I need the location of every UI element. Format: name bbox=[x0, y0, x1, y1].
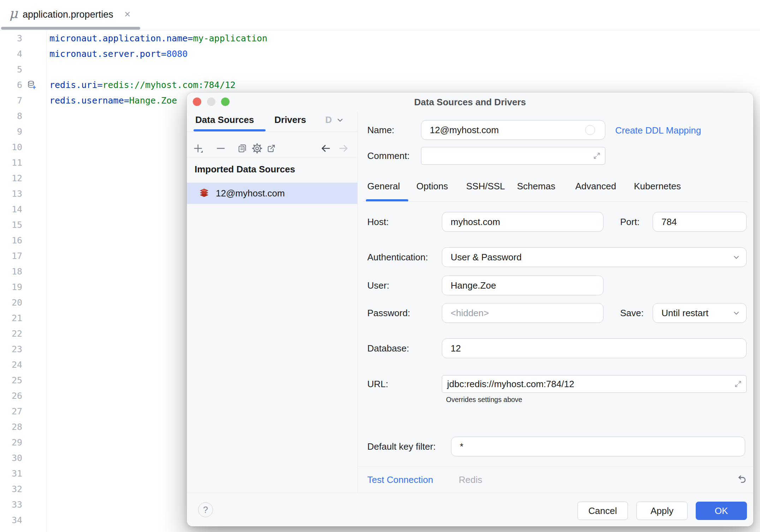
chevron-down-icon bbox=[731, 308, 741, 318]
tab-general[interactable]: General bbox=[367, 181, 400, 192]
help-icon[interactable]: ? bbox=[198, 502, 213, 517]
tab-truncated[interactable]: D bbox=[325, 114, 332, 125]
line-number: 5 bbox=[0, 64, 22, 75]
chevron-down-icon[interactable] bbox=[334, 114, 346, 126]
default-key-filter-input[interactable]: * bbox=[451, 437, 745, 456]
line-number: 11 bbox=[0, 158, 22, 168]
line-number: 12 bbox=[0, 173, 22, 183]
password-label: Password: bbox=[367, 308, 410, 318]
line-number: 8 bbox=[0, 111, 22, 121]
line-number: 27 bbox=[0, 406, 22, 416]
code-text[interactable]: micronaut.server.port=8080 bbox=[49, 49, 188, 59]
database-add-icon[interactable] bbox=[22, 80, 49, 90]
line-number: 20 bbox=[0, 297, 22, 308]
close-icon[interactable]: × bbox=[124, 8, 131, 20]
active-tab-underline bbox=[1, 27, 140, 30]
line-number: 4 bbox=[0, 49, 22, 59]
chevron-down-icon bbox=[731, 252, 741, 262]
url-note: Overrides settings above bbox=[446, 396, 522, 404]
test-connection-link[interactable]: Test Connection bbox=[367, 474, 433, 485]
tab-schemas[interactable]: Schemas bbox=[517, 181, 555, 192]
remove-icon[interactable] bbox=[214, 142, 227, 155]
line-number: 32 bbox=[0, 484, 22, 494]
editor-line: 5 bbox=[0, 61, 760, 77]
expand-icon[interactable] bbox=[592, 151, 601, 160]
dialog-title: Data Sources and Drivers bbox=[187, 97, 753, 108]
data-sources-dialog: Data Sources and Drivers Data Sources Dr… bbox=[187, 93, 753, 526]
tab-data-sources[interactable]: Data Sources bbox=[195, 114, 254, 125]
expand-icon[interactable] bbox=[734, 379, 743, 389]
duplicate-icon[interactable] bbox=[236, 142, 249, 155]
authentication-select[interactable]: User & Password bbox=[442, 247, 747, 267]
tab-kubernetes[interactable]: Kubernetes bbox=[634, 181, 681, 192]
user-input[interactable]: Hange.Zoe bbox=[442, 276, 604, 295]
panel-separator[interactable] bbox=[357, 112, 358, 493]
undo-icon[interactable] bbox=[735, 473, 748, 486]
redis-icon bbox=[199, 188, 209, 199]
line-number: 15 bbox=[0, 220, 22, 230]
database-input[interactable]: 12 bbox=[442, 338, 747, 358]
right-tabs-divider bbox=[362, 201, 748, 202]
toolbar-divider bbox=[187, 158, 357, 158]
line-number: 19 bbox=[0, 282, 22, 292]
line-number: 22 bbox=[0, 329, 22, 339]
host-label: Host: bbox=[367, 217, 389, 227]
spinner-circle-icon bbox=[585, 125, 595, 135]
save-label: Save: bbox=[620, 308, 644, 318]
editor-line: 35 bbox=[0, 528, 760, 532]
cancel-button[interactable]: Cancel bbox=[577, 502, 628, 520]
password-placeholder: <hidden> bbox=[451, 308, 489, 319]
ide-window: μ application.properties × 3micronaut.ap… bbox=[0, 0, 760, 532]
database-value: 12 bbox=[451, 343, 461, 354]
tab-advanced[interactable]: Advanced bbox=[575, 181, 616, 192]
save-select[interactable]: Until restart bbox=[653, 303, 747, 323]
tab-drivers[interactable]: Drivers bbox=[274, 114, 306, 125]
port-value: 784 bbox=[661, 217, 677, 227]
back-arrow-icon[interactable] bbox=[319, 142, 332, 155]
editor-line: 3micronaut.application.name=my-applicati… bbox=[0, 30, 760, 46]
name-input[interactable]: 12@myhost.com bbox=[421, 120, 605, 140]
code-text[interactable]: redis.uri=redis://myhost.com:784/12 bbox=[49, 80, 236, 90]
name-label: Name: bbox=[367, 125, 394, 135]
export-icon[interactable] bbox=[265, 142, 278, 155]
data-source-list-item[interactable]: 12@myhost.com bbox=[187, 183, 357, 204]
line-number: 29 bbox=[0, 437, 22, 448]
default-key-filter-value: * bbox=[460, 441, 463, 452]
tab-ssh-ssl[interactable]: SSH/SSL bbox=[466, 181, 505, 192]
apply-button[interactable]: Apply bbox=[636, 502, 688, 520]
line-number: 24 bbox=[0, 360, 22, 370]
line-number: 16 bbox=[0, 235, 22, 246]
host-input[interactable]: myhost.com bbox=[442, 212, 604, 232]
footer-divider bbox=[357, 466, 753, 467]
database-label: Database: bbox=[367, 343, 409, 353]
ok-button[interactable]: OK bbox=[696, 502, 747, 520]
forward-arrow-icon[interactable] bbox=[337, 142, 350, 155]
button-bar-divider bbox=[187, 493, 753, 493]
code-text[interactable]: micronaut.application.name=my-applicatio… bbox=[49, 33, 267, 43]
authentication-label: Authentication: bbox=[367, 252, 428, 262]
line-number: 21 bbox=[0, 313, 22, 323]
code-text[interactable]: redis.username=Hange.Zoe bbox=[49, 95, 177, 106]
line-number: 35 bbox=[0, 531, 22, 532]
host-value: myhost.com bbox=[451, 217, 500, 227]
line-number: 33 bbox=[0, 500, 22, 510]
line-number: 18 bbox=[0, 266, 22, 277]
tab-options[interactable]: Options bbox=[416, 181, 448, 192]
editor-line: 6 redis.uri=redis://myhost.com:784/12 bbox=[0, 77, 760, 93]
add-icon[interactable] bbox=[192, 142, 205, 155]
create-ddl-mapping-link[interactable]: Create DDL Mapping bbox=[615, 125, 701, 136]
password-input[interactable]: <hidden> bbox=[442, 303, 604, 323]
url-value: jdbc:redis://myhost.com:784/12 bbox=[447, 379, 574, 390]
default-key-filter-label: Default key filter: bbox=[367, 442, 436, 451]
gear-icon[interactable] bbox=[251, 142, 263, 155]
list-section-header: Imported Data Sources bbox=[195, 164, 295, 175]
line-number: 31 bbox=[0, 468, 22, 479]
name-value: 12@myhost.com bbox=[430, 125, 499, 136]
line-number: 25 bbox=[0, 375, 22, 385]
port-input[interactable]: 784 bbox=[653, 212, 747, 232]
comment-input[interactable] bbox=[421, 147, 605, 165]
editor-tab-bar: μ application.properties × bbox=[0, 0, 760, 30]
authentication-value: User & Password bbox=[451, 252, 522, 263]
url-input[interactable]: jdbc:redis://myhost.com:784/12 bbox=[442, 375, 747, 393]
editor-tab[interactable]: application.properties bbox=[23, 9, 113, 20]
